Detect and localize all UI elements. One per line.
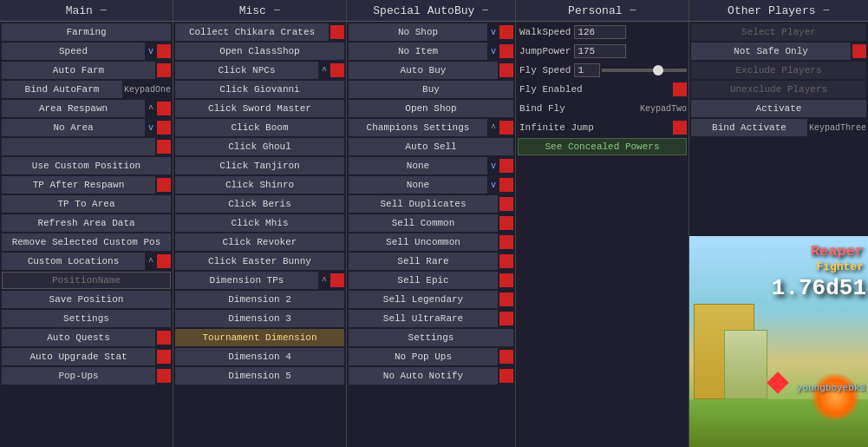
dimension5-button[interactable]: Dimension 5: [175, 367, 344, 385]
position-name-input[interactable]: [2, 272, 171, 289]
click-beris-button[interactable]: Click Beris: [175, 195, 344, 213]
click-shinro-button[interactable]: Click Shinro: [175, 176, 344, 194]
fly-enabled-toggle[interactable]: [673, 82, 687, 96]
not-safe-only-toggle[interactable]: [852, 44, 866, 58]
click-npcs-toggle[interactable]: [330, 63, 344, 77]
buy-button[interactable]: Buy: [349, 81, 513, 98]
open-shop-button[interactable]: Open Shop: [349, 100, 513, 117]
save-position-button[interactable]: Save Position: [2, 291, 171, 308]
click-sword-master-button[interactable]: Click Sword Master: [175, 100, 344, 117]
custom-locations-button[interactable]: Custom Locations: [2, 253, 145, 270]
speed-toggle[interactable]: [157, 44, 171, 58]
champions-settings-button[interactable]: Champions Settings: [349, 119, 487, 136]
sell-uncommon-button[interactable]: Sell Uncommon: [349, 233, 498, 251]
click-easter-bunny-button[interactable]: Click Easter Bunny: [175, 253, 344, 270]
farming-button[interactable]: Farming: [2, 23, 171, 41]
sell-duplicates-button[interactable]: Sell Duplicates: [349, 195, 498, 213]
popups-button[interactable]: Pop-Ups: [2, 367, 155, 385]
none1-toggle[interactable]: [499, 159, 513, 173]
sell-common-toggle[interactable]: [499, 216, 513, 230]
dimension3-button[interactable]: Dimension 3: [175, 310, 344, 327]
no-item-button[interactable]: No Item: [349, 43, 487, 60]
sell-duplicates-toggle[interactable]: [499, 197, 513, 211]
click-ghoul-button[interactable]: Click Ghoul: [175, 138, 344, 155]
special-minimize[interactable]: −: [481, 3, 488, 17]
tp-after-respawn-toggle[interactable]: [157, 178, 171, 192]
flyspeed-input[interactable]: [574, 63, 600, 77]
main-minimize[interactable]: −: [100, 3, 107, 17]
use-custom-pos-button[interactable]: Use Custom Position: [2, 157, 171, 174]
walkspeed-input[interactable]: [574, 25, 626, 39]
sell-ultrarare-toggle[interactable]: [499, 312, 513, 325]
click-npcs-button[interactable]: Click NPCs: [175, 62, 318, 79]
collect-chikara-toggle[interactable]: [330, 25, 344, 39]
click-giovanni-button[interactable]: Click Giovanni: [175, 81, 344, 98]
no-auto-notify-button[interactable]: No Auto Notify: [349, 367, 498, 385]
misc-minimize[interactable]: −: [273, 3, 280, 17]
auto-upgrade-toggle[interactable]: [157, 350, 171, 364]
bind-autofarm-button[interactable]: Bind AutoFarm: [2, 81, 122, 98]
dimension-tps-button[interactable]: Dimension TPs: [175, 272, 318, 289]
extra-toggle[interactable]: [157, 140, 171, 154]
sell-epic-toggle[interactable]: [499, 273, 513, 287]
sell-common-button[interactable]: Sell Common: [349, 214, 498, 232]
dimension-tps-toggle[interactable]: [330, 273, 344, 287]
autofarm-button[interactable]: Auto Farm: [2, 62, 155, 79]
none-button2[interactable]: None: [349, 176, 487, 194]
tp-after-respawn-button[interactable]: TP After Respawn: [2, 176, 155, 194]
activate-button[interactable]: Activate: [691, 100, 866, 117]
auto-quests-toggle[interactable]: [157, 331, 171, 345]
sell-legendary-toggle[interactable]: [499, 293, 513, 306]
autofarm-toggle[interactable]: [157, 63, 171, 77]
sell-ultrarare-button[interactable]: Sell UltraRare: [349, 310, 498, 327]
auto-buy-button[interactable]: Auto Buy: [349, 62, 498, 79]
popups-toggle[interactable]: [157, 369, 171, 383]
no-auto-notify-toggle[interactable]: [499, 369, 513, 383]
select-player-button[interactable]: Select Player: [691, 23, 866, 41]
click-boom-button[interactable]: Click Boom: [175, 119, 344, 136]
speed-button[interactable]: Speed: [2, 43, 145, 60]
no-shop-button[interactable]: No Shop: [349, 23, 487, 41]
no-area-toggle[interactable]: [157, 121, 171, 135]
bind-activate-button[interactable]: Bind Activate: [691, 119, 807, 136]
settings-button[interactable]: Settings: [2, 310, 171, 327]
sell-rare-button[interactable]: Sell Rare: [349, 253, 498, 270]
other-players-minimize[interactable]: −: [823, 3, 830, 17]
no-item-toggle[interactable]: [499, 44, 513, 58]
sell-rare-toggle[interactable]: [499, 254, 513, 268]
refresh-area-button[interactable]: Refresh Area Data: [2, 214, 171, 232]
exclude-players-button[interactable]: Exclude Players: [691, 62, 866, 79]
no-shop-toggle[interactable]: [499, 25, 513, 39]
special-settings-button[interactable]: Settings: [349, 329, 513, 346]
tournament-dimension-button[interactable]: Tournament Dimension: [175, 329, 344, 346]
tp-to-area-button[interactable]: TP To Area: [2, 195, 171, 213]
collect-chikara-button[interactable]: Collect Chikara Crates: [175, 23, 329, 41]
area-respawn-toggle[interactable]: [157, 102, 171, 115]
none-button1[interactable]: None: [349, 157, 487, 174]
personal-minimize[interactable]: −: [630, 3, 636, 17]
see-concealed-button[interactable]: See Concealed Powers: [518, 138, 687, 155]
extra-button[interactable]: [2, 138, 155, 155]
champions-settings-toggle[interactable]: [499, 121, 513, 135]
sell-uncommon-toggle[interactable]: [499, 235, 513, 249]
infinite-jump-toggle[interactable]: [673, 121, 687, 135]
sell-legendary-button[interactable]: Sell Legendary: [349, 291, 498, 308]
sell-epic-button[interactable]: Sell Epic: [349, 272, 498, 289]
dimension2-button[interactable]: Dimension 2: [175, 291, 344, 308]
auto-sell-button[interactable]: Auto Sell: [349, 138, 513, 155]
flyspeed-slider-track[interactable]: [602, 69, 687, 72]
dimension4-button[interactable]: Dimension 4: [175, 348, 344, 365]
auto-upgrade-button[interactable]: Auto Upgrade Stat: [2, 348, 155, 365]
open-classshop-button[interactable]: Open ClassShop: [175, 43, 344, 60]
none2-toggle[interactable]: [499, 178, 513, 192]
no-area-button[interactable]: No Area: [2, 119, 145, 136]
unexclude-players-button[interactable]: Unexclude Players: [691, 81, 866, 98]
click-mhis-button[interactable]: Click Mhis: [175, 214, 344, 232]
area-respawn-button[interactable]: Area Respawn: [2, 100, 145, 117]
click-tanjiron-button[interactable]: Click Tanjiron: [175, 157, 344, 174]
auto-quests-button[interactable]: Auto Quests: [2, 329, 155, 346]
flyspeed-slider-thumb[interactable]: [653, 65, 663, 76]
auto-buy-toggle[interactable]: [499, 63, 513, 77]
custom-locations-toggle[interactable]: [157, 254, 171, 268]
no-popups-toggle[interactable]: [499, 350, 513, 364]
